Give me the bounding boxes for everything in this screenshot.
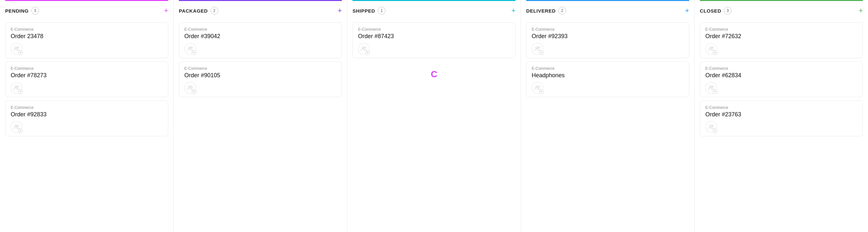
card-category: E-Commerce — [184, 27, 336, 32]
svg-point-7 — [191, 47, 192, 48]
avatar-icon[interactable]: + — [184, 82, 196, 94]
column-header-packaged: PACKAGED2+ — [179, 0, 342, 20]
card-category: E-Commerce — [184, 66, 336, 71]
svg-point-4 — [15, 125, 17, 127]
loading-indicator: C — [352, 61, 516, 87]
card-title: Order #78273 — [11, 72, 163, 79]
avatar-icon[interactable]: + — [11, 121, 22, 133]
card[interactable]: E-CommerceOrder #39042 + — [179, 22, 342, 58]
svg-point-6 — [189, 46, 190, 48]
avatar-icon[interactable]: + — [532, 43, 543, 55]
card[interactable]: E-CommerceOrder #92833 + — [5, 100, 168, 136]
svg-point-16 — [710, 46, 711, 48]
avatar-icon[interactable]: + — [705, 121, 717, 133]
card-avatar-group: + — [184, 43, 336, 55]
svg-point-18 — [710, 86, 711, 88]
card-avatar-group: + — [11, 43, 163, 55]
column-pending: PENDING3+E-CommerceOrder 23478 +E-Commer… — [0, 0, 174, 232]
card[interactable]: E-CommerceOrder #87423 + — [352, 22, 516, 58]
avatar-add-icon[interactable]: + — [192, 51, 196, 55]
svg-point-15 — [538, 86, 540, 88]
card-avatar-group: + — [705, 43, 857, 55]
svg-point-0 — [15, 46, 17, 48]
svg-point-10 — [362, 46, 364, 48]
avatar-add-icon[interactable]: + — [539, 90, 544, 94]
svg-point-9 — [191, 86, 192, 88]
kanban-board: PENDING3+E-CommerceOrder 23478 +E-Commer… — [0, 0, 868, 232]
card-title: Order #23763 — [705, 111, 857, 118]
column-header-shipped: SHIPPED1+ — [352, 0, 516, 20]
card-title: Order #87423 — [358, 33, 510, 40]
column-add-button-shipped[interactable]: + — [511, 7, 516, 14]
card-title: Order #39042 — [184, 33, 336, 40]
card-title: Order 23478 — [11, 33, 163, 40]
svg-point-20 — [710, 125, 711, 127]
card-avatar-group: + — [705, 121, 857, 133]
svg-point-11 — [365, 47, 366, 48]
card-avatar-group: + — [11, 121, 163, 133]
card[interactable]: E-CommerceOrder #90105 + — [179, 61, 342, 97]
card-avatar-group: + — [705, 82, 857, 94]
avatar-add-icon[interactable]: + — [192, 90, 196, 94]
avatar-add-icon[interactable]: + — [366, 51, 370, 55]
svg-point-1 — [17, 47, 19, 48]
avatar-add-icon[interactable]: + — [18, 90, 23, 94]
card[interactable]: E-CommerceHeadphones + — [526, 61, 689, 97]
card-category: E-Commerce — [532, 66, 684, 71]
avatar-icon[interactable]: + — [705, 82, 717, 94]
column-add-button-packaged[interactable]: + — [338, 7, 342, 14]
card-avatar-group: + — [532, 43, 684, 55]
card[interactable]: E-CommerceOrder #92393 + — [526, 22, 689, 58]
column-header-pending: PENDING3+ — [5, 0, 168, 20]
card-category: E-Commerce — [358, 27, 510, 32]
avatar-icon[interactable]: + — [358, 43, 370, 55]
svg-point-12 — [536, 46, 538, 48]
avatar-icon[interactable]: + — [184, 43, 196, 55]
column-add-button-delivered[interactable]: + — [685, 7, 689, 14]
svg-point-3 — [17, 86, 19, 88]
card-category: E-Commerce — [705, 105, 857, 110]
avatar-add-icon[interactable]: + — [18, 129, 23, 133]
card[interactable]: E-CommerceOrder #78273 + — [5, 61, 168, 97]
card[interactable]: E-CommerceOrder #23763 + — [700, 100, 863, 136]
avatar-add-icon[interactable]: + — [713, 129, 717, 133]
svg-point-14 — [536, 86, 538, 88]
avatar-icon[interactable]: + — [705, 43, 717, 55]
column-packaged: PACKAGED2+E-CommerceOrder #39042 +E-Comm… — [174, 0, 347, 232]
card-title: Headphones — [532, 72, 684, 79]
column-delivered: DELIVERED2+E-CommerceOrder #92393 +E-Com… — [521, 0, 695, 232]
column-closed: CLOSED3+E-CommerceOrder #72632 +E-Commer… — [695, 0, 868, 232]
card-title: Order #72632 — [705, 33, 857, 40]
column-title-delivered: DELIVERED — [526, 8, 556, 13]
avatar-icon[interactable]: + — [11, 43, 22, 55]
card-avatar-group: + — [11, 82, 163, 94]
avatar-add-icon[interactable]: + — [18, 51, 23, 55]
card[interactable]: E-CommerceOrder 23478 + — [5, 22, 168, 58]
column-shipped: SHIPPED1+E-CommerceOrder #87423 +C — [347, 0, 521, 232]
svg-point-17 — [712, 47, 713, 48]
column-add-button-pending[interactable]: + — [164, 7, 168, 14]
card-title: Order #92833 — [11, 111, 163, 118]
card-category: E-Commerce — [11, 105, 163, 110]
avatar-add-icon[interactable]: + — [539, 51, 544, 55]
column-count-delivered: 2 — [558, 7, 566, 14]
column-count-pending: 3 — [31, 7, 39, 14]
card[interactable]: E-CommerceOrder #72632 + — [700, 22, 863, 58]
svg-point-19 — [712, 86, 713, 88]
card-category: E-Commerce — [11, 27, 163, 32]
card-title: Order #90105 — [184, 72, 336, 79]
column-title-pending: PENDING — [5, 8, 29, 13]
svg-point-5 — [17, 125, 19, 127]
card-avatar-group: + — [532, 82, 684, 94]
avatar-icon[interactable]: + — [11, 82, 22, 94]
card-title: Order #62834 — [705, 72, 857, 79]
avatar-add-icon[interactable]: + — [713, 90, 717, 94]
column-add-button-closed[interactable]: + — [859, 7, 863, 14]
avatar-icon[interactable]: + — [532, 82, 543, 94]
column-header-delivered: DELIVERED2+ — [526, 0, 689, 20]
column-title-packaged: PACKAGED — [179, 8, 208, 13]
avatar-add-icon[interactable]: + — [713, 51, 717, 55]
column-title-shipped: SHIPPED — [352, 8, 375, 13]
card-avatar-group: + — [358, 43, 510, 55]
card[interactable]: E-CommerceOrder #62834 + — [700, 61, 863, 97]
